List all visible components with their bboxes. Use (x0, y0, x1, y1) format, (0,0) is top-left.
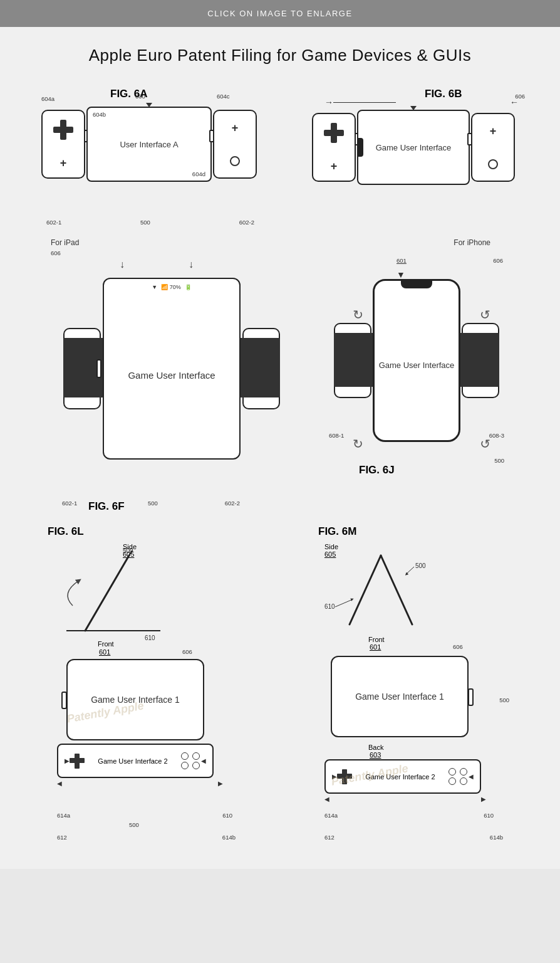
row-fig6l-6m: FIG. 6L Side 605 (13, 525, 547, 844)
fig-6f: For iPad 606 ↓ ↓ (51, 238, 245, 513)
ref-608-1: 608-1 (329, 432, 344, 439)
left-controller-6b: + (312, 113, 356, 182)
row-fig6f-6j: For iPad 606 ↓ ↓ (13, 238, 547, 513)
ref-612-6m: 612 (324, 834, 334, 841)
screen-text-6a: User Interface A (120, 140, 178, 149)
svg-text:500: 500 (415, 562, 426, 569)
left-controller-6a: + (41, 110, 85, 179)
ref-604a: 604a (41, 95, 54, 102)
fig6m-label: FIG. 6M (318, 525, 356, 538)
ref-603-6m: 603 (370, 751, 381, 759)
svg-line-0 (85, 555, 129, 631)
ref-604c: 604c (217, 93, 230, 100)
svg-text:500: 500 (123, 547, 133, 554)
fig-6m: FIG. 6M Side 605 500 (318, 525, 512, 844)
btn-plus-right-6a: + (232, 122, 239, 134)
ref-602-2: 602-2 (239, 219, 254, 226)
row-fig6a-6b: FIG. 6A 604a 600 604c + (13, 82, 547, 226)
btn-right-6b: + (490, 125, 497, 137)
screen-text-6f: Game User Interface (128, 357, 215, 381)
page-title: Apple Euro Patent Filing for Game Device… (0, 46, 560, 65)
screen-text-6b: Game User Interface (376, 143, 452, 152)
svg-line-10 (335, 599, 353, 607)
screen-6f: ▼📶 70%🔋 Game User Interface (103, 278, 241, 460)
fig-6j: For iPhone 601 606 ▼ ↺ ↻ ↺ ↻ (321, 238, 509, 513)
fig-6l: FIG. 6L Side 605 (48, 525, 248, 844)
btn-left-6b: + (331, 160, 338, 172)
ipad-connector-6f (96, 359, 101, 378)
ref-601-6l: 601 (99, 648, 110, 656)
back-label-6m: Back (368, 744, 383, 751)
front-label-6m: Front (368, 636, 385, 643)
screen2-text-6m: Game User Interface 2 (352, 773, 449, 781)
ref-608-3: 608-3 (489, 432, 504, 439)
screen-6a: 604b User Interface A 604d (86, 107, 212, 182)
ref-606-6b: 606 (515, 93, 525, 100)
abcd-6l (181, 752, 201, 769)
ref-606-6j: 606 (493, 257, 503, 264)
fig6f-ipad-note: For iPad (51, 238, 79, 247)
fig-6b: FIG. 6B → ← 606 (306, 88, 525, 226)
btn-circle-6b (488, 159, 498, 169)
ref-500-6j: 500 (494, 457, 504, 464)
ref-606-6m: 606 (453, 643, 463, 650)
ref-601-6j: 601 (397, 257, 407, 264)
ref-500-6a: 500 (140, 219, 150, 226)
svg-line-6 (381, 555, 412, 624)
screen-6b: Game User Interface (357, 110, 470, 185)
ref-606-6f: 606 (51, 250, 61, 256)
dpad-left-6a (53, 120, 73, 140)
dpad-left-6b (324, 123, 344, 143)
ref-614b-6m: 614b (490, 834, 503, 841)
dpad-6j (345, 336, 361, 352)
screen1-6m: Game User Interface 1 (331, 656, 469, 737)
ref-600: 600 (135, 93, 145, 100)
top-banner-label: CLICK ON IMAGE TO ENLARGE (207, 9, 352, 18)
ref-602-1-6f: 602-1 (62, 500, 77, 507)
screen-6j: Game User Interface (373, 279, 460, 442)
fig6b-label: FIG. 6B (425, 88, 462, 100)
ref-602-2-6f: 602-2 (225, 500, 240, 507)
ref-r500-6m: 500 (499, 697, 509, 703)
fig6l-label: FIG. 6L (48, 525, 84, 538)
screen1-text-6m: Game User Interface 1 (355, 692, 444, 702)
front-label-6l: Front (98, 640, 114, 648)
left-controller-6j: + (334, 323, 371, 398)
screen-text-6j: Game User Interface (379, 351, 455, 370)
screen1-6l: Game User Interface 1 (66, 659, 204, 740)
svg-line-5 (350, 555, 381, 624)
ipad-status-6f: ▼📶 70%🔋 (152, 284, 191, 290)
small-dpad-6l (70, 754, 85, 769)
fig6f-label: FIG. 6F (88, 500, 125, 513)
svg-text:610: 610 (145, 634, 155, 641)
ref-612-6l: 612 (57, 834, 67, 841)
stylus-svg-6m: 500 610 (318, 543, 443, 643)
btn-circle-right-6a (230, 156, 240, 166)
right-controller-6b: + (471, 113, 515, 182)
ref-602-1: 602-1 (46, 219, 61, 226)
fig-6a: FIG. 6A 604a 600 604c + (35, 88, 261, 226)
ref-614b-6l: 614b (222, 834, 236, 841)
top-banner: CLICK ON IMAGE TO ENLARGE (0, 0, 560, 27)
screen1-text-6l: Game User Interface 1 (91, 695, 180, 705)
svg-line-8 (406, 567, 414, 574)
fig6j-label: FIG. 6J (359, 464, 395, 476)
fig6j-iphone-note: For iPhone (454, 238, 490, 247)
ref-601-6m: 601 (370, 643, 381, 651)
ref-614a-6l: 614a (57, 812, 70, 819)
ref-500-bot-6l: 500 (129, 821, 139, 828)
svg-text:610: 610 (324, 603, 335, 610)
ref-610-6m: 610 (484, 812, 494, 819)
gamepad-bottom-6l: ▶ Game User Interface 2 (57, 744, 214, 778)
small-dpad-6m (337, 769, 352, 784)
stylus-svg-6l: 500 610 (48, 543, 173, 643)
gamepad-bottom-6m: ▶ Game User Interface 2 ◀ (324, 759, 481, 794)
abcd-6m (449, 768, 469, 785)
btn-plus-left-6a: + (60, 157, 67, 169)
right-controller-6a: + (213, 110, 257, 179)
ref-614a-6m: 614a (324, 812, 338, 819)
ref-606-6l: 606 (182, 648, 192, 655)
ref-500-6f: 500 (148, 500, 158, 507)
left-controller-6f (63, 328, 101, 409)
ref-610-6l: 610 (222, 812, 232, 819)
